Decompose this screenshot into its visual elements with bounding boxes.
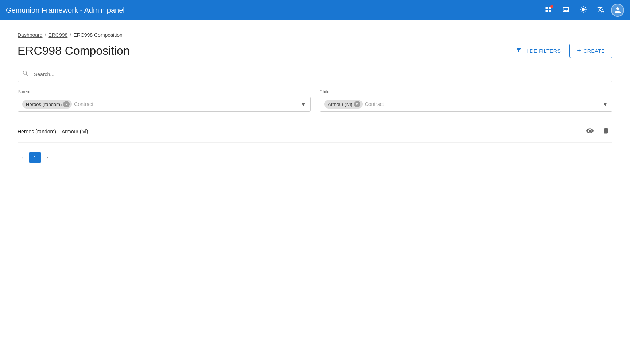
navbar-title: Gemunion Framework - Admin panel (6, 6, 125, 15)
child-filter-label: Child (320, 89, 613, 94)
brightness-icon-button[interactable] (576, 3, 591, 17)
card-icon-button[interactable] (559, 3, 573, 17)
filter-icon (515, 47, 522, 55)
search-input[interactable] (18, 67, 612, 82)
child-chip-label: Armour (lvl) (328, 102, 352, 107)
delete-button[interactable] (599, 125, 612, 138)
parent-chip: Heroes (random) ✕ (22, 100, 72, 109)
next-page-button[interactable]: › (42, 152, 53, 163)
plus-icon: + (577, 47, 581, 55)
parent-dropdown-arrow: ▼ (301, 101, 306, 107)
navbar: Gemunion Framework - Admin panel (0, 0, 630, 20)
create-button[interactable]: + CREATE (569, 44, 612, 58)
avatar[interactable] (611, 4, 624, 17)
child-filter-select[interactable]: Armour (lvl) ✕ Contract ▼ (320, 97, 613, 112)
navbar-icons (541, 3, 624, 17)
breadcrumb: Dashboard / ERC998 / ERC998 Composition (18, 32, 612, 38)
child-chip: Armour (lvl) ✕ (324, 100, 363, 109)
grid-icon-button[interactable] (541, 3, 556, 17)
parent-filter-group: Parent Heroes (random) ✕ Contract ▼ (18, 89, 311, 112)
table-row: Heroes (random) + Armour (lvl) (18, 121, 612, 143)
brightness-icon (580, 6, 587, 15)
main-content: Dashboard / ERC998 / ERC998 Composition … (0, 20, 630, 364)
header-actions: HIDE FILTERS + CREATE (511, 44, 612, 58)
pagination: ‹ 1 › (18, 152, 612, 163)
parent-chip-close[interactable]: ✕ (63, 101, 70, 107)
create-label: CREATE (583, 48, 605, 54)
breadcrumb-sep-1: / (45, 32, 46, 38)
parent-filter-label: Parent (18, 89, 311, 94)
list-container: Heroes (random) + Armour (lvl) (18, 121, 612, 143)
breadcrumb-current: ERC998 Composition (73, 32, 123, 38)
page-title: ERC998 Composition (18, 44, 130, 58)
list-item-name: Heroes (random) + Armour (lvl) (18, 129, 88, 134)
list-item-actions (583, 125, 612, 138)
trash-icon (602, 127, 610, 136)
search-container (18, 67, 612, 82)
page-header: ERC998 Composition HIDE FILTERS + CREATE (18, 44, 612, 58)
filters-row: Parent Heroes (random) ✕ Contract ▼ Chil… (18, 89, 612, 112)
child-filter-placeholder: Contract (365, 101, 384, 107)
child-dropdown-arrow: ▼ (603, 101, 608, 107)
parent-filter-placeholder: Contract (74, 101, 93, 107)
breadcrumb-sep-2: / (70, 32, 71, 38)
hide-filters-button[interactable]: HIDE FILTERS (511, 44, 565, 58)
view-button[interactable] (583, 125, 596, 138)
child-chip-close[interactable]: ✕ (354, 101, 360, 107)
translate-icon (597, 6, 604, 15)
breadcrumb-dashboard[interactable]: Dashboard (18, 32, 43, 38)
notification-badge (550, 5, 553, 8)
parent-chip-label: Heroes (random) (26, 102, 62, 107)
search-icon (22, 70, 29, 79)
card-icon (562, 6, 569, 15)
prev-page-button[interactable]: ‹ (18, 152, 28, 163)
hide-filters-label: HIDE FILTERS (524, 48, 561, 54)
breadcrumb-erc998[interactable]: ERC998 (48, 32, 67, 38)
page-1-button[interactable]: 1 (29, 152, 41, 163)
translate-icon-button[interactable] (594, 3, 608, 17)
child-filter-group: Child Armour (lvl) ✕ Contract ▼ (320, 89, 613, 112)
parent-filter-select[interactable]: Heroes (random) ✕ Contract ▼ (18, 97, 311, 112)
eye-icon (586, 127, 594, 137)
